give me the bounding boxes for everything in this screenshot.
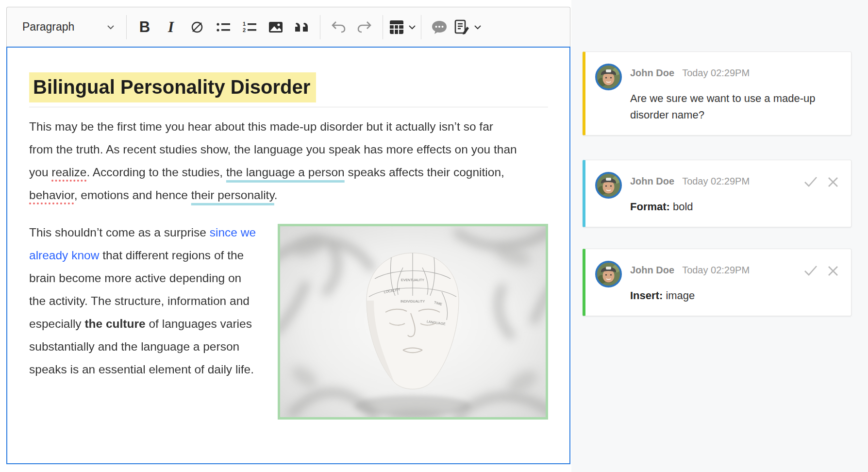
suggestion-text: Format: bold [630,199,838,215]
paragraph-1: This may be the first time you hear abou… [29,115,517,206]
ckeditor-demo-page: John Doe Today 02:29PM Are we sure we wa… [0,0,868,472]
link-button[interactable] [184,13,210,41]
avatar [595,172,622,199]
suggestion-card-format[interactable]: John Doe Today 02:29PM Format: bold [583,160,851,227]
bold-icon: B [139,18,150,36]
body-text: . According to the studies, [87,166,226,179]
body-text: This shouldn’t come as a surprise [29,226,210,239]
accept-suggestion-button[interactable] [803,264,818,278]
comment-bubble-icon [431,19,448,35]
redo-button[interactable] [351,13,378,41]
body-text: , emotions and hence [74,188,191,202]
toolbar-separator [126,15,127,39]
editor-toolbar: Paragraph B I [6,7,570,47]
comment-timestamp: Today 02:29PM [682,265,750,276]
svg-text:1: 1 [243,21,246,27]
insert-image-button[interactable] [263,13,289,41]
title-divider [29,107,548,107]
comments-sidebar: John Doe Today 02:29PM Are we sure we wa… [571,0,868,472]
suggestion-label: Insert: [630,289,663,302]
svg-text:INDIVIDUALITY: INDIVIDUALITY [401,300,425,303]
bulleted-list-icon [216,19,231,35]
comment-timestamp: Today 02:29PM [682,176,750,187]
redo-icon [356,20,373,34]
undo-button[interactable] [325,13,351,41]
comment-author: John Doe [630,176,674,187]
numbered-list-icon: 1 2 [242,19,257,35]
track-changes-icon [452,18,471,36]
comment-button[interactable] [426,13,452,41]
comment-author: John Doe [630,265,674,276]
insert-table-dropdown[interactable] [388,13,416,41]
italic-button[interactable]: I [158,13,184,41]
toolbar-separator [421,15,421,39]
body-text: speaks affects their cognition, [345,166,504,179]
paragraph-style-dropdown[interactable]: Paragraph [14,13,121,41]
bold-button[interactable]: B [132,13,158,41]
suggestion-value: bold [673,201,693,213]
link-icon [189,19,205,35]
comment-author: John Doe [630,67,674,79]
track-changes-dropdown[interactable] [452,13,482,41]
suggestion-label: Format: [630,201,670,213]
table-icon [388,18,405,36]
spellcheck-word: realize [51,166,86,179]
avatar [595,64,622,90]
bold-text: the culture [84,317,145,330]
document-image-figure[interactable]: EVENTUALITY INDIVIDUALITY LOCALITY TIME … [278,224,548,420]
paragraph-2: EVENTUALITY INDIVIDUALITY LOCALITY TIME … [29,221,548,381]
comment-marked-text[interactable]: their personality [191,188,274,202]
undo-icon [330,20,347,34]
spellcheck-word: behavior [29,188,74,202]
avatar [595,261,622,287]
block-quote-button[interactable] [289,13,315,41]
toolbar-separator [320,15,320,39]
document-title: Bilingual Personality Disorder [29,75,548,99]
comment-card-thread[interactable]: John Doe Today 02:29PM Are we sure we wa… [583,51,851,135]
paragraph-style-label: Paragraph [22,20,74,34]
toolbar-separator [383,15,383,39]
body-text: . [274,188,278,202]
italic-icon: I [168,18,174,36]
comment-timestamp: Today 02:29PM [682,67,750,79]
block-quote-icon [294,20,310,34]
accept-suggestion-button[interactable] [803,175,818,189]
chevron-down-icon [474,25,482,30]
yellow-comment-highlight[interactable]: Bilingual Personality Disorder [29,72,316,102]
suggestion-card-insert[interactable]: John Doe Today 02:29PM Insert: image [583,249,851,316]
chevron-down-icon [107,25,115,30]
bulleted-list-button[interactable] [210,13,236,41]
editor: Paragraph B I [6,7,570,464]
image-icon [267,19,284,35]
svg-text:2: 2 [243,27,246,33]
chevron-down-icon [408,25,416,30]
comment-marked-text[interactable]: the language a person [226,166,345,179]
discard-suggestion-button[interactable] [826,264,840,278]
suggestion-text: Insert: image [630,287,838,304]
rich-text-editor[interactable]: Bilingual Personality Disorder This may … [6,47,570,464]
numbered-list-button[interactable]: 1 2 [236,13,263,41]
svg-text:EVENTUALITY: EVENTUALITY [401,278,424,282]
discard-suggestion-button[interactable] [826,175,840,189]
comment-text: Are we sure we want to use a made-up dis… [630,90,838,123]
suggestion-value: image [666,289,695,302]
